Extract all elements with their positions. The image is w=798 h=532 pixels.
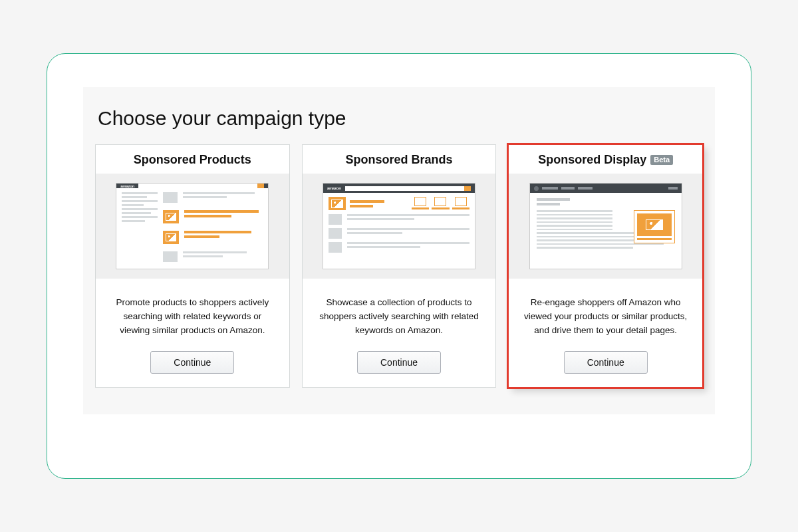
- continue-button[interactable]: Continue: [150, 351, 234, 374]
- card-title-text: Sponsored Brands: [345, 153, 452, 167]
- continue-button[interactable]: Continue: [564, 351, 648, 374]
- card-description: Promote products to shoppers actively se…: [96, 279, 289, 351]
- content-frame: Choose your campaign type Sponsored Prod…: [47, 53, 751, 479]
- card-title-text: Sponsored Display: [538, 153, 646, 167]
- card-footer: Continue: [303, 351, 496, 387]
- card-title: Sponsored Brands: [303, 145, 496, 174]
- card-preview: [509, 174, 702, 279]
- mock-search-results-icon: amazon: [116, 183, 269, 269]
- campaign-card-sponsored-brands[interactable]: Sponsored Brands amazon: [302, 144, 497, 388]
- card-description: Re-engage shoppers off Amazon who viewed…: [509, 279, 702, 351]
- card-description: Showcase a collection of products to sho…: [303, 279, 496, 351]
- card-title: Sponsored Display Beta: [509, 145, 702, 174]
- campaign-card-sponsored-products[interactable]: Sponsored Products amazon: [95, 144, 290, 388]
- card-title: Sponsored Products: [96, 145, 289, 174]
- card-footer: Continue: [96, 351, 289, 387]
- card-preview: amazon: [303, 174, 496, 279]
- card-title-text: Sponsored Products: [134, 153, 251, 167]
- campaign-card-sponsored-display[interactable]: Sponsored Display Beta: [508, 144, 703, 388]
- card-preview: amazon: [96, 174, 289, 279]
- campaign-type-panel: Choose your campaign type Sponsored Prod…: [83, 87, 715, 414]
- beta-badge: Beta: [650, 155, 673, 165]
- continue-button[interactable]: Continue: [357, 351, 441, 374]
- campaign-card-row: Sponsored Products amazon: [95, 144, 703, 388]
- mock-brand-results-icon: amazon: [323, 183, 475, 269]
- page-title: Choose your campaign type: [98, 107, 703, 130]
- card-footer: Continue: [509, 351, 702, 387]
- mock-display-ad-icon: [529, 183, 682, 269]
